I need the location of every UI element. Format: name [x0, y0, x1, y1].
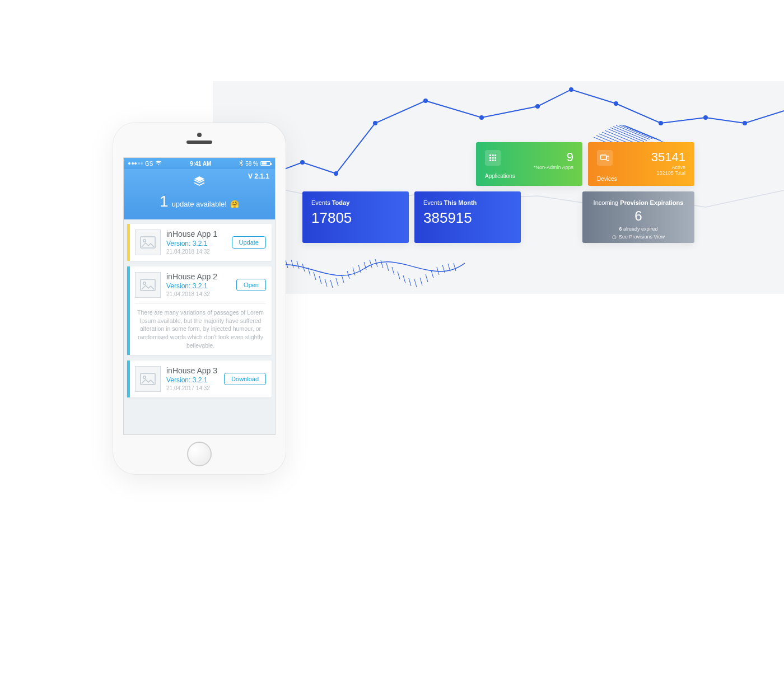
- card-stripe: [127, 224, 130, 261]
- provisions-value: 6: [634, 208, 642, 224]
- applications-label: Applications: [485, 173, 573, 179]
- svg-rect-46: [492, 154, 494, 156]
- app-header: V 2.1.1 1 update available! 🤗: [124, 169, 275, 219]
- tile-events-today[interactable]: Events Today 17805: [302, 191, 409, 243]
- dashboard: 9 *Non-Admin Apps Applications 35141 Act…: [302, 142, 694, 243]
- devices-total: 132105 Total: [651, 170, 685, 176]
- svg-point-59: [143, 282, 146, 284]
- phone-speaker: [186, 141, 212, 144]
- provisions-expired: 6 already expired: [619, 226, 657, 232]
- bluetooth-icon: [239, 160, 243, 167]
- app-card: inHouse App 3 Version: 3.2.1 21.04.2017 …: [127, 360, 272, 397]
- devices-status: Active: [651, 165, 685, 170]
- battery-icon: [260, 161, 270, 166]
- update-count: 1: [160, 194, 169, 209]
- phone-mockup: GS 9:41 AM 58 % V 2.1.1 1 update av: [113, 123, 286, 474]
- svg-rect-51: [489, 160, 491, 161]
- app-action-button[interactable]: Update: [232, 236, 266, 249]
- events-today-label: Events Today: [311, 199, 400, 206]
- app-thumbnail-placeholder-icon: [135, 272, 161, 298]
- svg-rect-49: [492, 157, 494, 159]
- svg-rect-53: [494, 160, 496, 161]
- app-date: 21.04.2017 14:32: [166, 385, 218, 391]
- phone-screen: GS 9:41 AM 58 % V 2.1.1 1 update av: [123, 157, 276, 435]
- svg-rect-52: [492, 160, 494, 161]
- devices-label: Devices: [597, 176, 685, 182]
- battery-pct: 58 %: [245, 161, 258, 167]
- signal-dots-icon: [128, 162, 143, 165]
- applications-sub: *Non-Admin Apps: [534, 165, 573, 170]
- app-version-text: Version: 3.2.1: [166, 376, 218, 384]
- svg-rect-48: [489, 157, 491, 159]
- tile-devices[interactable]: 35141 Active 132105 Total Devices: [588, 142, 694, 186]
- app-date: 21.04.2018 14:32: [166, 291, 231, 297]
- applications-count: 9: [534, 150, 573, 165]
- app-action-button[interactable]: Download: [224, 373, 266, 385]
- app-name: inHouse App 1: [166, 230, 226, 238]
- tile-events-month[interactable]: Events This Month 385915: [414, 191, 521, 243]
- clock-icon: ◷: [612, 234, 617, 240]
- devices-count: 35141: [651, 150, 685, 165]
- app-version-text: Version: 3.2.1: [166, 240, 226, 247]
- tile-provisions[interactable]: Incoming Provision Expirations 6 6 alrea…: [582, 191, 694, 243]
- phone-camera-dot: [197, 133, 202, 137]
- svg-rect-45: [489, 154, 491, 156]
- app-thumbnail-placeholder-icon: [135, 366, 161, 392]
- card-stripe: [127, 360, 130, 397]
- svg-rect-50: [494, 157, 496, 159]
- app-date: 21.04.2018 14:32: [166, 249, 226, 255]
- app-action-button[interactable]: Open: [236, 279, 266, 291]
- svg-rect-55: [607, 156, 609, 161]
- app-card: inHouse App 2 Version: 3.2.1 21.04.2018 …: [127, 266, 272, 355]
- app-logo-icon: [192, 175, 207, 189]
- svg-rect-47: [494, 154, 496, 156]
- status-time: 9:41 AM: [190, 161, 211, 167]
- status-bar: GS 9:41 AM 58 %: [124, 158, 275, 169]
- update-text: update available!: [172, 200, 227, 208]
- provisions-title: Incoming Provision Expirations: [594, 199, 684, 206]
- app-list[interactable]: inHouse App 1 Version: 3.2.1 21.04.2018 …: [124, 219, 275, 434]
- events-today-value: 17805: [311, 209, 400, 227]
- tile-applications[interactable]: 9 *Non-Admin Apps Applications: [476, 142, 582, 186]
- grid-icon: [485, 150, 501, 166]
- svg-point-57: [143, 240, 146, 242]
- card-stripe: [127, 266, 130, 355]
- carrier-label: GS: [145, 161, 153, 167]
- devices-icon: [597, 150, 613, 166]
- update-emoji: 🤗: [230, 200, 239, 208]
- events-month-value: 385915: [423, 209, 512, 227]
- app-version: V 2.1.1: [248, 172, 269, 180]
- events-month-label: Events This Month: [423, 199, 512, 206]
- app-thumbnail-placeholder-icon: [135, 230, 161, 255]
- wifi-icon: [155, 161, 162, 167]
- provisions-link[interactable]: ◷See Provisions View: [612, 234, 665, 240]
- app-description: There are many variations of passages of…: [135, 303, 266, 349]
- app-card: inHouse App 1 Version: 3.2.1 21.04.2018 …: [127, 224, 272, 261]
- svg-rect-54: [601, 155, 606, 160]
- app-version-text: Version: 3.2.1: [166, 282, 231, 290]
- app-name: inHouse App 2: [166, 272, 231, 281]
- app-name: inHouse App 3: [166, 366, 218, 375]
- home-button[interactable]: [187, 442, 212, 466]
- svg-point-61: [143, 376, 146, 378]
